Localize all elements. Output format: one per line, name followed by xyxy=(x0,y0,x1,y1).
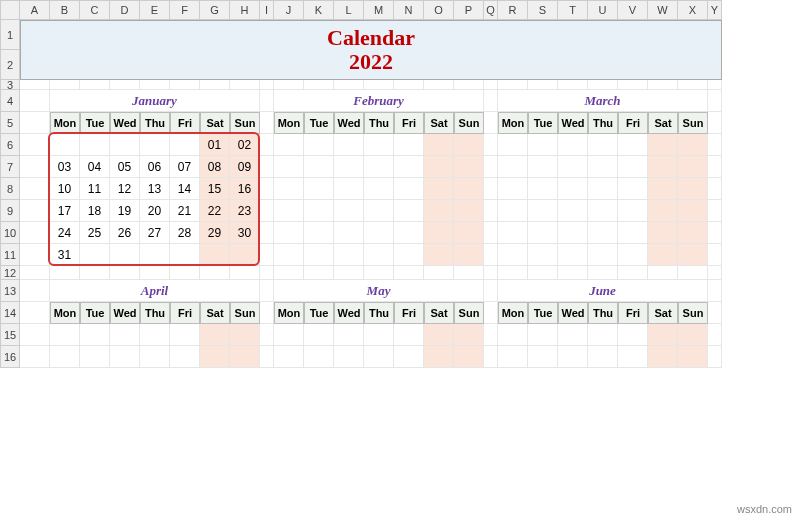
date-cell[interactable] xyxy=(424,324,454,346)
cell[interactable] xyxy=(648,266,678,280)
cell[interactable] xyxy=(708,134,722,156)
date-cell[interactable] xyxy=(498,156,528,178)
date-cell[interactable]: 07 xyxy=(170,156,200,178)
date-cell[interactable] xyxy=(364,156,394,178)
date-cell[interactable] xyxy=(170,134,200,156)
col-header-X[interactable]: X xyxy=(678,0,708,20)
cell[interactable] xyxy=(260,90,274,112)
cell[interactable] xyxy=(20,324,50,346)
col-header-K[interactable]: K xyxy=(304,0,334,20)
date-cell[interactable]: 11 xyxy=(80,178,110,200)
cell[interactable] xyxy=(274,266,304,280)
cell[interactable] xyxy=(20,200,50,222)
date-cell[interactable] xyxy=(394,134,424,156)
date-cell[interactable] xyxy=(364,324,394,346)
date-cell[interactable] xyxy=(558,222,588,244)
date-cell[interactable] xyxy=(454,178,484,200)
date-cell[interactable] xyxy=(110,346,140,368)
cell[interactable] xyxy=(484,156,498,178)
date-cell[interactable] xyxy=(334,134,364,156)
date-cell[interactable] xyxy=(588,178,618,200)
date-cell[interactable]: 09 xyxy=(230,156,260,178)
date-cell[interactable] xyxy=(50,324,80,346)
cell[interactable] xyxy=(588,266,618,280)
cell[interactable] xyxy=(528,80,558,90)
col-header-Y[interactable]: Y xyxy=(708,0,722,20)
cell[interactable] xyxy=(484,200,498,222)
date-cell[interactable] xyxy=(110,244,140,266)
col-header-O[interactable]: O xyxy=(424,0,454,20)
cell[interactable] xyxy=(304,80,334,90)
cell[interactable] xyxy=(260,112,274,134)
date-cell[interactable] xyxy=(364,134,394,156)
date-cell[interactable] xyxy=(588,244,618,266)
date-cell[interactable]: 26 xyxy=(110,222,140,244)
date-cell[interactable] xyxy=(454,346,484,368)
date-cell[interactable]: 30 xyxy=(230,222,260,244)
date-cell[interactable] xyxy=(394,346,424,368)
cell[interactable] xyxy=(528,266,558,280)
date-cell[interactable] xyxy=(454,156,484,178)
date-cell[interactable] xyxy=(424,134,454,156)
date-cell[interactable] xyxy=(528,156,558,178)
cell[interactable] xyxy=(618,266,648,280)
date-cell[interactable] xyxy=(364,222,394,244)
cell[interactable] xyxy=(484,302,498,324)
date-cell[interactable] xyxy=(424,346,454,368)
cell[interactable] xyxy=(484,90,498,112)
date-cell[interactable] xyxy=(274,200,304,222)
date-cell[interactable] xyxy=(274,156,304,178)
date-cell[interactable] xyxy=(588,346,618,368)
date-cell[interactable]: 20 xyxy=(140,200,170,222)
date-cell[interactable]: 06 xyxy=(140,156,170,178)
date-cell[interactable] xyxy=(648,200,678,222)
date-cell[interactable] xyxy=(588,200,618,222)
col-header-D[interactable]: D xyxy=(110,0,140,20)
date-cell[interactable] xyxy=(648,244,678,266)
date-cell[interactable] xyxy=(140,346,170,368)
date-cell[interactable] xyxy=(110,324,140,346)
row-header-13[interactable]: 13 xyxy=(0,280,20,302)
date-cell[interactable] xyxy=(678,134,708,156)
date-cell[interactable] xyxy=(648,178,678,200)
date-cell[interactable] xyxy=(274,134,304,156)
date-cell[interactable] xyxy=(498,324,528,346)
date-cell[interactable] xyxy=(424,222,454,244)
date-cell[interactable] xyxy=(274,222,304,244)
cell[interactable] xyxy=(364,80,394,90)
date-cell[interactable]: 24 xyxy=(50,222,80,244)
date-cell[interactable] xyxy=(558,156,588,178)
date-cell[interactable] xyxy=(678,178,708,200)
cell[interactable] xyxy=(260,244,274,266)
date-cell[interactable] xyxy=(454,222,484,244)
cell[interactable] xyxy=(424,266,454,280)
cell[interactable] xyxy=(484,178,498,200)
cell[interactable] xyxy=(50,80,80,90)
date-cell[interactable]: 21 xyxy=(170,200,200,222)
date-cell[interactable] xyxy=(304,324,334,346)
col-header-A[interactable]: A xyxy=(20,0,50,20)
date-cell[interactable]: 01 xyxy=(200,134,230,156)
date-cell[interactable] xyxy=(200,244,230,266)
col-header-L[interactable]: L xyxy=(334,0,364,20)
date-cell[interactable] xyxy=(678,222,708,244)
col-header-P[interactable]: P xyxy=(454,0,484,20)
date-cell[interactable] xyxy=(334,244,364,266)
date-cell[interactable] xyxy=(648,346,678,368)
cell[interactable] xyxy=(708,346,722,368)
date-cell[interactable] xyxy=(454,324,484,346)
select-all-cell[interactable] xyxy=(0,0,20,20)
cell[interactable] xyxy=(484,244,498,266)
date-cell[interactable] xyxy=(618,222,648,244)
date-cell[interactable] xyxy=(230,346,260,368)
date-cell[interactable] xyxy=(394,244,424,266)
cell[interactable] xyxy=(80,266,110,280)
date-cell[interactable] xyxy=(454,134,484,156)
date-cell[interactable] xyxy=(334,346,364,368)
date-cell[interactable] xyxy=(618,156,648,178)
cell[interactable] xyxy=(648,80,678,90)
cell[interactable] xyxy=(200,80,230,90)
cell[interactable] xyxy=(274,80,304,90)
cell[interactable] xyxy=(708,266,722,280)
row-header-7[interactable]: 7 xyxy=(0,156,20,178)
